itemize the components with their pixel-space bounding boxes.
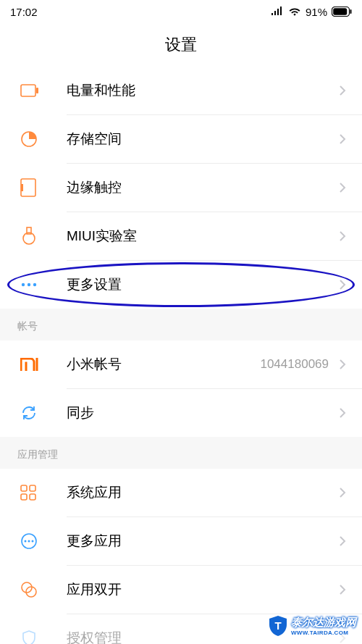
status-right: 91% — [271, 6, 352, 18]
chevron-right-icon — [337, 535, 348, 547]
row-label: 小米帐号 — [67, 355, 260, 374]
chevron-right-icon — [337, 133, 348, 145]
row-miui-lab[interactable]: MIUI实验室 — [0, 212, 362, 260]
row-label: 授权管理 — [67, 629, 337, 644]
row-dual-app[interactable]: 应用双开 — [0, 566, 362, 614]
row-more-settings[interactable]: 更多设置 — [0, 261, 362, 309]
grid-apps-icon — [20, 485, 45, 501]
signal-icon — [271, 7, 284, 17]
lab-flask-icon — [20, 227, 45, 246]
more-circle-icon — [20, 532, 45, 550]
row-label: 存储空间 — [67, 130, 337, 149]
battery-icon — [20, 84, 45, 97]
row-sync[interactable]: 同步 — [0, 389, 362, 437]
sync-icon — [20, 404, 45, 422]
status-bar: 17:02 91% — [0, 0, 362, 23]
row-value: 1044180069 — [260, 357, 329, 372]
svg-rect-16 — [30, 494, 35, 500]
svg-point-18 — [25, 540, 27, 543]
svg-point-22 — [26, 587, 36, 597]
mi-logo-icon — [20, 358, 45, 371]
svg-point-11 — [28, 283, 30, 286]
chevron-right-icon — [337, 230, 348, 242]
row-label: 电量和性能 — [67, 81, 337, 100]
svg-rect-15 — [21, 494, 27, 500]
battery-percent: 91% — [306, 6, 327, 18]
svg-rect-7 — [21, 184, 23, 191]
chevron-right-icon — [337, 584, 348, 595]
status-time: 17:02 — [10, 6, 38, 18]
svg-point-12 — [33, 283, 36, 286]
svg-point-20 — [32, 540, 34, 543]
row-label: 应用双开 — [67, 580, 337, 599]
chevron-right-icon — [337, 279, 348, 290]
svg-rect-1 — [333, 8, 347, 15]
chevron-right-icon — [337, 85, 348, 96]
chevron-right-icon — [337, 359, 348, 370]
svg-point-21 — [22, 582, 32, 593]
chevron-right-icon — [337, 182, 348, 193]
row-storage[interactable]: 存储空间 — [0, 115, 362, 163]
svg-rect-4 — [36, 88, 38, 93]
battery-icon — [332, 7, 352, 17]
chevron-right-icon — [337, 487, 348, 498]
edge-touch-icon — [20, 178, 45, 197]
wifi-icon — [288, 7, 301, 17]
svg-rect-3 — [21, 85, 35, 96]
chevron-right-icon — [337, 407, 348, 419]
chevron-right-icon — [337, 632, 348, 644]
row-label: 系统应用 — [67, 483, 337, 502]
row-battery-performance[interactable]: 电量和性能 — [0, 67, 362, 114]
section-header-apps: 应用管理 — [0, 437, 362, 469]
row-permissions[interactable]: 授权管理 — [0, 614, 362, 644]
row-system-apps[interactable]: 系统应用 — [0, 469, 362, 517]
row-more-apps[interactable]: 更多应用 — [0, 517, 362, 565]
page-title-bar: 设置 — [0, 23, 362, 67]
page-title: 设置 — [165, 34, 197, 56]
more-dots-icon — [20, 283, 45, 287]
section-header-account: 帐号 — [0, 309, 362, 340]
permission-icon — [20, 630, 45, 644]
row-edge-touch[interactable]: 边缘触控 — [0, 164, 362, 212]
svg-point-19 — [28, 540, 30, 543]
svg-rect-14 — [30, 485, 35, 491]
row-label: 更多设置 — [67, 275, 337, 294]
row-label: 更多应用 — [67, 532, 337, 551]
svg-point-10 — [22, 283, 25, 286]
row-label: MIUI实验室 — [67, 227, 337, 246]
settings-list: 电量和性能 存储空间 边缘触控 MIUI实验室 更多设置 帐号 — [0, 67, 362, 644]
row-mi-account[interactable]: 小米帐号 1044180069 — [0, 340, 362, 388]
row-label: 同步 — [67, 403, 337, 422]
svg-rect-2 — [350, 9, 352, 14]
dual-app-icon — [20, 581, 45, 598]
svg-rect-13 — [21, 485, 27, 491]
row-label: 边缘触控 — [67, 178, 337, 197]
storage-pie-icon — [20, 130, 45, 148]
